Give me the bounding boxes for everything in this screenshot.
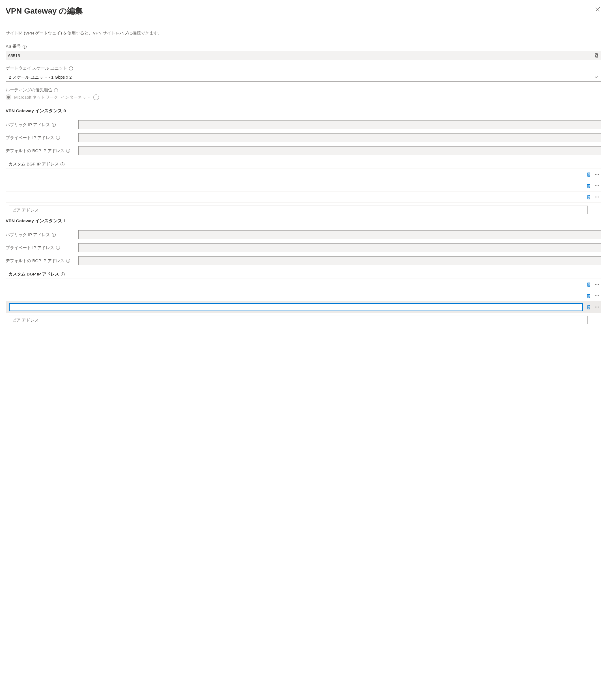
more-icon[interactable]: ··· [593,172,601,177]
scale-unit-value: 2 スケール ユニット - 1 Gbps x 2 [9,75,72,80]
info-icon[interactable]: i [66,149,70,153]
more-icon[interactable]: ··· [593,194,601,200]
instance1-default-bgp-input [78,256,601,265]
svg-rect-3 [595,54,598,57]
instance0-default-bgp-label: デフォルトの BGP IP アドレス [6,148,64,153]
radio-selected-indicator [7,96,10,99]
more-icon[interactable]: ··· [593,282,601,287]
instance1-custom-bgp-label: カスタム BGP IP アドレス [8,271,59,277]
close-icon [595,7,600,12]
more-icon[interactable]: ··· [593,183,601,188]
instance0-bgp-row: ··· [6,191,601,203]
radio-microsoft-label: Microsoft ネットワーク [14,95,58,100]
instance1-peer-address-input[interactable] [9,316,588,324]
routing-preference-field: ルーティングの優先順位 i Microsoft ネットワーク インターネット [6,87,601,100]
info-icon[interactable]: i [56,136,60,140]
trash-icon[interactable] [586,172,591,177]
chevron-down-icon [594,75,598,79]
instance0-default-bgp-input [78,146,601,155]
radio-internet[interactable] [93,95,99,100]
instance0-public-ip-input [78,120,601,129]
trash-icon[interactable] [586,183,591,188]
page-title: VPN Gateway の編集 [6,6,83,16]
more-icon[interactable]: ··· [593,293,601,298]
instance1-private-ip-label: プライベート IP アドレス [6,245,54,251]
trash-icon[interactable] [586,293,591,298]
instance0-bgp-row: ··· [6,180,601,191]
instance1-bgp-active-input[interactable] [9,303,583,311]
scale-unit-select[interactable]: 2 スケール ユニット - 1 Gbps x 2 [6,73,601,82]
instance0-private-ip-label: プライベート IP アドレス [6,135,54,141]
more-icon[interactable]: ··· [593,305,601,310]
trash-icon[interactable] [586,194,591,200]
as-number-value: 65515 [8,53,20,58]
radio-microsoft-network [6,95,11,100]
as-number-label: AS 番号 [6,44,21,49]
close-button[interactable] [594,6,601,13]
scale-unit-field: ゲートウェイ スケール ユニット i 2 スケール ユニット - 1 Gbps … [6,66,601,82]
trash-icon[interactable] [586,282,591,287]
trash-icon[interactable] [586,305,591,310]
instance0-private-ip-input [78,133,601,142]
info-icon[interactable]: i [56,246,60,250]
instance1-public-ip-label: パブリック IP アドレス [6,232,50,238]
info-icon[interactable]: i [54,88,58,92]
instance0-bgp-row: ··· [6,169,601,180]
instance1-bgp-row-active[interactable]: ··· [6,301,601,312]
instance0-custom-bgp-label: カスタム BGP IP アドレス [8,162,59,167]
instance1-default-bgp-label: デフォルトの BGP IP アドレス [6,258,64,264]
info-icon[interactable]: i [69,66,73,70]
svg-rect-2 [596,55,598,58]
instance1-bgp-row: ··· [6,290,601,301]
instance0-peer-address-input[interactable] [9,206,588,214]
radio-internet-label: インターネット [61,95,90,100]
instance0-public-ip-label: パブリック IP アドレス [6,122,50,127]
info-icon[interactable]: i [66,259,70,263]
as-number-input: 65515 [6,51,601,60]
info-icon[interactable]: i [61,272,65,276]
as-number-field: AS 番号 i 65515 [6,44,601,60]
instance0-title: VPN Gateway インスタンス 0 [6,108,601,114]
scale-unit-label: ゲートウェイ スケール ユニット [6,66,67,71]
info-icon[interactable]: i [23,45,26,49]
instance1-bgp-row: ··· [6,279,601,290]
routing-preference-label: ルーティングの優先順位 [6,87,52,93]
info-icon[interactable]: i [52,123,56,127]
instance1-public-ip-input [78,230,601,239]
instance1-private-ip-input [78,243,601,252]
copy-icon[interactable] [594,53,599,58]
instance1-title: VPN Gateway インスタンス 1 [6,218,601,224]
info-icon[interactable]: i [61,162,64,166]
description-text: サイト間 (VPN ゲートウェイ) を使用すると、VPN サイトをハブに接続でき… [6,30,601,36]
info-icon[interactable]: i [52,233,56,237]
